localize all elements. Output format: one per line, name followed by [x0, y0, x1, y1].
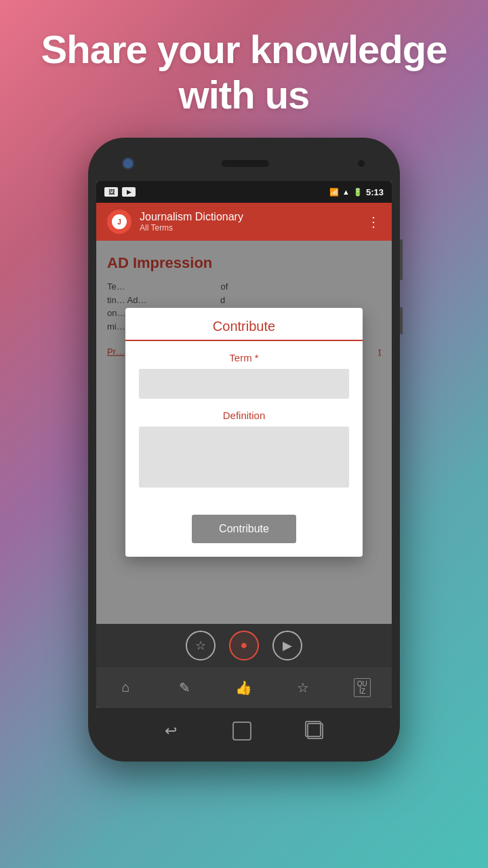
app-title: Journalism Dictionary: [140, 211, 367, 223]
term-field-container: [139, 369, 349, 410]
home-button[interactable]: [232, 722, 251, 741]
signal-icon: 📶: [329, 188, 339, 197]
wifi-icon: ▲: [342, 188, 350, 196]
power-button[interactable]: [400, 307, 403, 334]
home-hardware-icon: [232, 722, 251, 741]
nav-home[interactable]: ⌂: [111, 673, 141, 703]
play-icon: ▶: [283, 638, 292, 653]
toolbar-titles: Journalism Dictionary All Terms: [140, 211, 367, 233]
star-nav-icon: ☆: [297, 679, 309, 696]
favorites-media-button[interactable]: ☆: [186, 631, 216, 660]
volume-button[interactable]: [400, 239, 403, 280]
earpiece-speaker: [222, 160, 269, 167]
definition-label: Definition: [139, 410, 349, 421]
photo-icon: 🖼: [104, 187, 118, 197]
clock: 5:13: [366, 187, 384, 197]
app-subtitle: All Terms: [140, 223, 367, 233]
front-camera: [123, 159, 133, 168]
contribute-dialog: Contribute Term * Definition Contribute: [125, 308, 363, 557]
dialog-title: Contribute: [213, 319, 275, 334]
nav-edit[interactable]: ✎: [170, 673, 200, 703]
status-left-icons: 🖼 ▶: [104, 187, 136, 197]
nav-like[interactable]: 👍: [229, 673, 259, 703]
bottom-navigation: ⌂ ✎ 👍 ☆ QUIZ: [96, 667, 392, 708]
hero-line1: Share your knowledge: [41, 27, 447, 71]
contribute-button[interactable]: Contribute: [192, 515, 296, 543]
dialog-body: Term * Definition: [125, 341, 363, 512]
play-media-button[interactable]: ▶: [272, 631, 302, 660]
dialog-footer: Contribute: [125, 512, 363, 557]
dialog-title-bar: Contribute: [125, 308, 363, 341]
content-area: AD Impression Te… of tin… Ad… d on… im… …: [96, 241, 392, 624]
thumbs-icon: 👍: [235, 679, 252, 696]
overflow-menu-button[interactable]: ⋮: [367, 214, 381, 230]
status-bar: 🖼 ▶ 📶 ▲ 🔋 5:13: [96, 181, 392, 203]
recents-icon: [307, 723, 323, 739]
status-right-icons: 📶 ▲ 🔋 5:13: [329, 187, 384, 197]
edit-icon: ✎: [179, 679, 190, 696]
back-button[interactable]: ↩: [165, 722, 177, 740]
term-label: Term *: [139, 352, 349, 363]
recents-button[interactable]: [307, 723, 323, 739]
home-icon: ⌂: [122, 679, 130, 695]
star-icon: ☆: [195, 638, 206, 653]
dialog-overlay: Contribute Term * Definition Contribute: [96, 241, 392, 624]
phone-shell: 🖼 ▶ 📶 ▲ 🔋 5:13 J Journalism Dictionary A…: [88, 138, 400, 762]
phone-screen: 🖼 ▶ 📶 ▲ 🔋 5:13 J Journalism Dictionary A…: [96, 181, 392, 708]
hero-text: Share your knowledge with us: [14, 27, 474, 117]
back-icon: ↩: [165, 722, 177, 740]
term-input[interactable]: [139, 369, 349, 399]
hardware-nav-bar: ↩: [96, 708, 392, 754]
definition-input[interactable]: [139, 427, 349, 488]
proximity-sensor: [358, 160, 365, 167]
app-logo-container: J: [107, 210, 131, 234]
play-icon: ▶: [122, 187, 136, 197]
mic-media-button[interactable]: ●: [229, 631, 259, 660]
media-controls-bar: ☆ ● ▶: [96, 624, 392, 667]
nav-favorites[interactable]: ☆: [288, 673, 318, 703]
app-logo: J: [112, 214, 127, 229]
nav-quiz[interactable]: QUIZ: [347, 673, 377, 703]
quiz-icon: QUIZ: [354, 678, 371, 697]
phone-top-bar: [96, 146, 392, 181]
hero-line2: with us: [179, 73, 310, 117]
app-toolbar: J Journalism Dictionary All Terms ⋮: [96, 203, 392, 241]
battery-icon: 🔋: [353, 188, 363, 197]
mic-icon: ●: [241, 638, 248, 652]
